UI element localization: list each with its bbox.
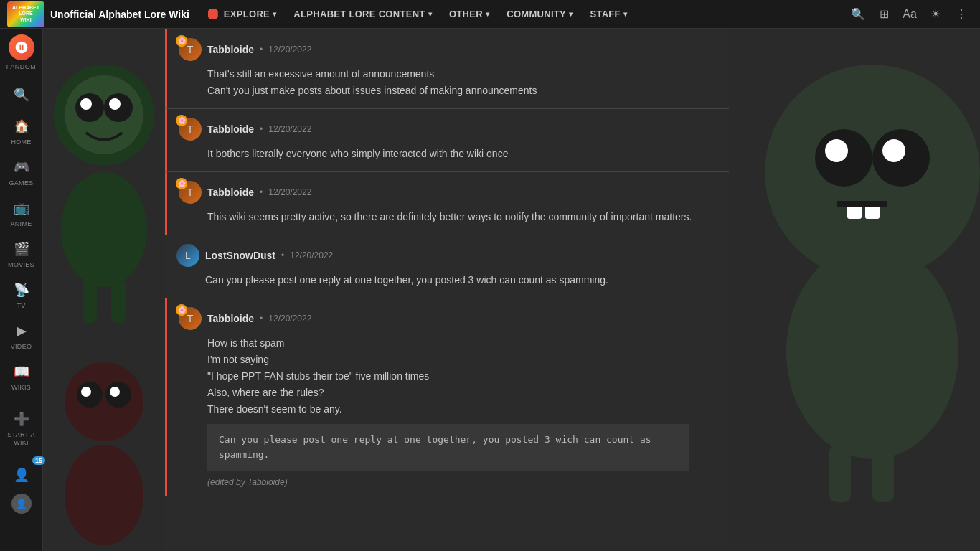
appearance-toggle[interactable]: ⊞: [872, 3, 895, 26]
comment-item: 🌸TTabbloide•12/20/2022That's still an ex…: [165, 29, 729, 108]
comment-text: Can you please post one reply at one tog…: [205, 273, 717, 288]
sidebar-divider: [4, 400, 38, 400]
comment-date: 12/20/2022: [268, 44, 311, 55]
svg-point-7: [61, 172, 147, 287]
comment-date: 12/20/2022: [268, 124, 311, 134]
cartoon-svg: [43, 29, 165, 551]
svg-rect-27: [872, 445, 894, 502]
search-button[interactable]: 🔍: [847, 3, 870, 26]
sidebar-item-search[interactable]: 🔍: [0, 79, 42, 110]
other-chevron: ▾: [486, 10, 489, 18]
comment-avatar-wrap: 🌸T: [179, 181, 202, 204]
comment-line: Also, where are the rules?: [207, 385, 717, 400]
sidebar-divider-2: [4, 456, 38, 456]
video-icon: ▶: [11, 321, 32, 341]
main-content: 🌸TTabbloide•12/20/2022That's still an ex…: [165, 29, 729, 551]
community-chevron: ▾: [569, 10, 573, 18]
comment-line: It bothers literally everyone who simply…: [207, 146, 717, 161]
comment-text: This wiki seems pretty active, so there …: [207, 209, 717, 225]
svg-rect-8: [83, 280, 97, 323]
fandom-logo[interactable]: [9, 34, 34, 60]
svg-point-15: [65, 445, 143, 545]
comment-header: 🌸TTabbloide•12/20/2022: [179, 118, 717, 141]
home-label: HOME: [11, 138, 31, 146]
nav-explore[interactable]: EXPLORE ▾: [201, 6, 284, 22]
anime-label: ANIME: [10, 220, 32, 227]
comment-username[interactable]: LostSnowDust: [205, 250, 275, 261]
nav-other[interactable]: OTHER ▾: [442, 6, 496, 22]
comment-username[interactable]: Tabbloide: [207, 187, 254, 198]
comment-line: That's still an excessive amount of anno…: [207, 67, 717, 82]
comments-container: 🌸TTabbloide•12/20/2022That's still an ex…: [165, 29, 729, 510]
nav-community[interactable]: COMMUNITY ▾: [499, 6, 580, 22]
sidebar-item-anime[interactable]: 📺 ANIME: [0, 192, 42, 233]
more-options[interactable]: ⋮: [950, 3, 973, 26]
svg-point-6: [109, 98, 121, 110]
comment-header: 🌸TTabbloide•12/20/2022: [179, 38, 717, 61]
home-icon: 🏠: [11, 116, 32, 136]
sidebar-item-start-wiki[interactable]: ➕ START AWIKI: [0, 403, 42, 453]
comment-item: 🌸TTabbloide•12/20/2022This wiki seems pr…: [165, 171, 729, 235]
main-nav: EXPLORE ▾ ALPHABET LORE CONTENT ▾ OTHER …: [201, 6, 847, 22]
comment-text: That's still an excessive amount of anno…: [207, 67, 717, 98]
movies-label: MOVIES: [8, 261, 34, 268]
svg-point-14: [110, 387, 120, 397]
anime-icon: 📺: [11, 198, 32, 218]
comment-badge-icon: 🌸: [176, 115, 187, 126]
sidebar-item-notifications[interactable]: 👤 15: [0, 459, 42, 491]
right-decoration: [729, 29, 980, 551]
comment-avatar-wrap: 🌸T: [179, 38, 202, 61]
sidebar-item-video[interactable]: ▶ VIDEO: [0, 315, 42, 356]
comment-header: LLostSnowDust•12/20/2022: [176, 244, 717, 267]
comment-username[interactable]: Tabbloide: [207, 44, 254, 55]
video-label: VIDEO: [11, 343, 32, 350]
wikis-label: WIKIS: [11, 384, 31, 391]
user-avatar[interactable]: 👤: [11, 494, 32, 514]
sidebar-item-wikis[interactable]: 📖 WIKIS: [0, 356, 42, 397]
comment-date: 12/20/2022: [268, 314, 311, 324]
comment-badge-icon: 🌸: [176, 178, 187, 189]
comment-separator: •: [260, 187, 263, 197]
svg-rect-24: [837, 201, 887, 207]
main-layout: FANDOM 🔍 🏠 HOME 🎮 GAMES 📺 ANIME 🎬 MOVIES…: [0, 29, 980, 551]
comment-separator: •: [260, 124, 263, 134]
comment-separator: •: [281, 250, 284, 260]
comment-quote: Can you please post one reply at one tog…: [207, 424, 689, 471]
sidebar-item-tv[interactable]: 📡 TV: [0, 274, 42, 315]
wiki-logo[interactable]: ALPHABETLOREWIKI Unofficial Alphabet Lor…: [7, 1, 189, 27]
svg-point-5: [80, 98, 92, 110]
content-chevron: ▾: [428, 10, 432, 18]
nav-right-icons: 🔍 ⊞ Aa ☀ ⋮: [847, 3, 973, 26]
top-navigation: ALPHABETLOREWIKI Unofficial Alphabet Lor…: [0, 0, 980, 29]
svg-rect-26: [829, 445, 851, 502]
comment-line: Can't you just make posts about issues i…: [207, 83, 717, 98]
notifications-icon: 👤: [11, 465, 32, 485]
comment-avatar-wrap: 🌸T: [179, 307, 202, 330]
movies-icon: 🎬: [11, 239, 32, 259]
comment-username[interactable]: Tabbloide: [207, 313, 254, 324]
fandom-label: FANDOM: [6, 63, 37, 70]
comment-header: 🌸TTabbloide•12/20/2022: [179, 181, 717, 204]
comment-text: It bothers literally everyone who simply…: [207, 146, 717, 161]
nav-content[interactable]: ALPHABET LORE CONTENT ▾: [286, 6, 439, 22]
sidebar-item-home[interactable]: 🏠 HOME: [0, 110, 42, 151]
svg-point-13: [81, 387, 91, 397]
theme-toggle[interactable]: ☀: [924, 3, 947, 26]
fandom-logo-icon: [14, 40, 29, 55]
sidebar-item-movies[interactable]: 🎬 MOVIES: [0, 233, 42, 274]
font-size-toggle[interactable]: Aa: [898, 3, 921, 26]
comment-avatar-wrap: 🌸T: [179, 118, 202, 141]
comment-item: LLostSnowDust•12/20/2022Can you please p…: [165, 235, 729, 298]
comment-username[interactable]: Tabbloide: [207, 123, 254, 135]
comment-edit-note: (edited by Tabbloide): [207, 477, 717, 487]
comment-avatar[interactable]: L: [176, 244, 199, 267]
comment-line: "I hope PPT FAN stubs their toe" five mi…: [207, 369, 717, 384]
left-decoration: [43, 29, 165, 551]
nav-staff[interactable]: STAFF ▾: [583, 6, 634, 22]
tv-icon: 📡: [11, 280, 32, 300]
right-background: [729, 29, 980, 551]
fandom-sidebar: FANDOM 🔍 🏠 HOME 🎮 GAMES 📺 ANIME 🎬 MOVIES…: [0, 29, 43, 551]
wikis-icon: 📖: [11, 362, 32, 382]
sidebar-item-games[interactable]: 🎮 GAMES: [0, 151, 42, 192]
search-icon: 🔍: [11, 85, 32, 105]
